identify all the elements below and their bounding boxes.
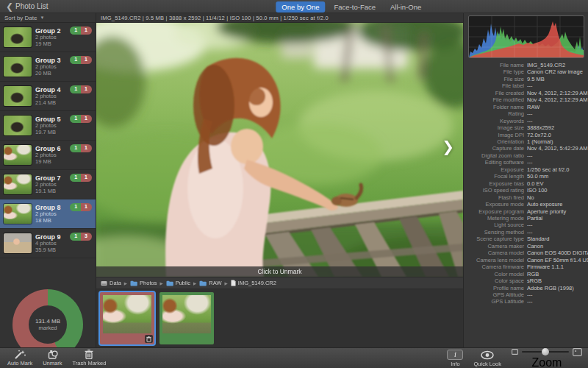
metadata-row: File nameIMG_5149.CR2 (464, 62, 588, 68)
marked-count-badge: 1 (81, 174, 92, 182)
group-row-group-2[interactable]: Group 22 photos19 MB11 (0, 23, 96, 52)
metadata-value: Aperture priority (527, 208, 566, 215)
disk-icon (101, 280, 107, 286)
metadata-value: --- (527, 118, 533, 124)
rgb-histogram (468, 15, 584, 58)
info-toggle-button[interactable]: i Info (447, 350, 463, 367)
group-row-group-3[interactable]: Group 32 photos20 MB11 (0, 52, 96, 82)
keep-count-badge: 1 (70, 56, 81, 64)
title-bar: ❮ Photo List One by OneFace-to-FaceAll-i… (0, 0, 588, 13)
metadata-row: ISO speed ratingISO 100 (464, 187, 588, 194)
group-info: Group 62 photos19 MB (35, 145, 61, 166)
file-info-bar: IMG_5149.CR2 | 9.5 MB | 3888 x 2592 | 11… (96, 13, 463, 23)
thumbnail-marked-selected[interactable] (100, 292, 154, 344)
metadata-value: Canon EF 50mm f/1.4 USM (527, 257, 588, 263)
breadcrumb-separator: ▶ (225, 281, 228, 286)
metadata-value: --- (527, 298, 533, 305)
group-thumbnail (4, 57, 32, 77)
metadata-key: Editing software (464, 159, 524, 166)
metadata-key: Camera firmware (464, 263, 524, 270)
quick-look-button[interactable]: Quick Look (473, 350, 501, 367)
metadata-value: --- (527, 82, 533, 89)
metadata-row: Image DPI72.0x72.0 (464, 132, 588, 138)
metadata-key: Rating (464, 110, 524, 117)
file-icon (231, 280, 236, 286)
group-size: 19 MB (35, 41, 61, 48)
metadata-value: 50.0 mm (527, 173, 548, 180)
metadata-value: Nov 4, 2012, 5:42:29 AM (527, 145, 588, 152)
metadata-list: File nameIMG_5149.CR2File typeCanon CR2 … (464, 62, 588, 305)
metadata-value: Nov 4, 2012, 2:12:29 AM (527, 90, 588, 96)
group-info: Group 82 photos18 MB (35, 204, 61, 224)
breadcrumb-item-photos[interactable]: Photos (130, 280, 157, 286)
breadcrumb-item-public[interactable]: Public (166, 280, 190, 286)
thumbnail-photo (162, 295, 211, 333)
group-count-badge: 11 (70, 203, 92, 211)
metadata-key: Keywords (464, 118, 524, 124)
group-thumbnail (4, 116, 32, 135)
metadata-key: Exposure (464, 166, 524, 173)
metadata-value: Partial (527, 215, 542, 222)
marked-count-badge: 1 (81, 203, 92, 211)
tab-all-in-one[interactable]: All-in-One (384, 1, 427, 13)
marked-count-badge: 1 (81, 26, 92, 35)
metadata-value: Nov 4, 2012, 2:12:29 AM (527, 96, 588, 103)
zoom-slider[interactable] (522, 351, 569, 353)
metadata-row: File modifiedNov 4, 2012, 2:12:29 AM (464, 96, 588, 103)
group-info: Group 42 photos21.4 MB (35, 86, 61, 107)
breadcrumb-item-data[interactable]: Data (101, 280, 121, 286)
back-to-photo-list-button[interactable]: ❮ Photo List (0, 2, 49, 10)
zoom-slider-knob[interactable] (542, 348, 549, 355)
metadata-key: Folder name (464, 104, 524, 110)
next-photo-arrow[interactable]: ❯ (442, 139, 454, 154)
breadcrumb-item-raw[interactable]: RAW (199, 280, 221, 286)
group-row-group-9[interactable]: Group 94 photos35.9 MB13 (0, 229, 96, 258)
marked-count-badge: 3 (81, 233, 92, 241)
breadcrumb-label: RAW (209, 280, 221, 286)
metadata-row: GPS Latitude--- (464, 298, 588, 305)
group-info: Group 94 photos35.9 MB (35, 233, 61, 254)
group-row-group-7[interactable]: Group 72 photos19.1 MB11 (0, 170, 96, 199)
group-size: 18 MB (35, 218, 61, 224)
info-panel: File nameIMG_5149.CR2File typeCanon CR2 … (463, 13, 588, 347)
metadata-key: Scene capture type (464, 236, 524, 242)
metadata-row: Color spacesRGB (464, 277, 588, 284)
group-count-badge: 11 (70, 174, 92, 182)
metadata-value: Canon CR2 raw image (527, 68, 583, 75)
group-row-group-6[interactable]: Group 62 photos19 MB11 (0, 141, 96, 170)
click-to-unmark-overlay[interactable]: Click to Unmark (96, 266, 463, 277)
tab-face-to-face[interactable]: Face-to-Face (329, 1, 382, 13)
unmark-stamp-icon (47, 350, 58, 359)
marked-count-badge: 1 (81, 56, 92, 64)
main-photo-viewer[interactable]: ❯ Click to Unmark (96, 23, 463, 277)
metadata-key: Metering mode (464, 215, 524, 222)
marked-count-badge: 1 (81, 144, 92, 152)
group-row-group-8[interactable]: Group 82 photos18 MB11 (0, 199, 96, 229)
metadata-key: Camera lens model (464, 257, 524, 263)
sort-by-dropdown[interactable]: Sort by Date ▼ (0, 13, 96, 23)
folder-icon (130, 280, 137, 286)
metadata-key: File name (464, 62, 524, 68)
trash-marked-button[interactable]: Trash Marked (72, 350, 106, 367)
metadata-key: Color space (464, 277, 524, 284)
group-count-badge: 11 (70, 56, 92, 64)
group-thumbnail (4, 86, 32, 106)
metadata-row: Exposure bias0.0 EV (464, 180, 588, 187)
metadata-key: Exposure mode (464, 201, 524, 208)
unmark-button[interactable]: Unmark (43, 350, 62, 367)
metadata-key: Image size (464, 124, 524, 131)
group-row-group-5[interactable]: Group 52 photos19.7 MB11 (0, 111, 96, 141)
magic-wand-icon (14, 350, 26, 359)
metadata-row: Rating--- (464, 110, 588, 117)
breadcrumb-item-img-5149-cr2[interactable]: IMG_5149.CR2 (231, 280, 276, 286)
group-size: 20 MB (35, 71, 61, 77)
tab-one-by-one[interactable]: One by One (276, 1, 325, 13)
metadata-row: GPS Altitude--- (464, 291, 588, 298)
group-row-group-4[interactable]: Group 42 photos21.4 MB11 (0, 82, 96, 111)
group-info: Group 32 photos20 MB (35, 57, 61, 77)
thumbnail-keep[interactable] (159, 292, 214, 344)
metadata-key: GPS Latitude (464, 298, 524, 305)
groups-sidebar: Group 22 photos19 MB11Group 32 photos20 … (0, 23, 96, 347)
thumbnail-strip (96, 289, 463, 347)
auto-mark-button[interactable]: Auto Mark (7, 350, 32, 367)
